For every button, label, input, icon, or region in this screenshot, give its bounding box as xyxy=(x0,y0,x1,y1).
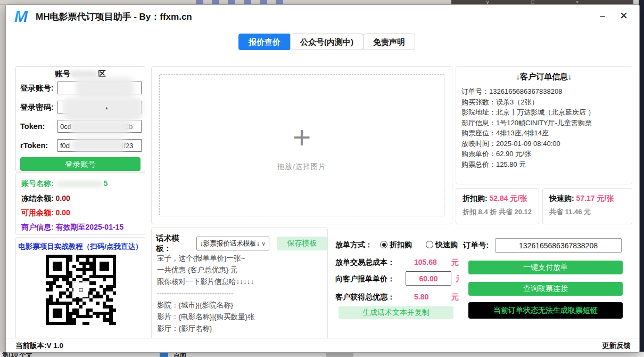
rtoken-label: rToken: xyxy=(20,141,57,150)
censor-blob xyxy=(56,181,103,188)
status-bar: 当前版本:V 1.0 更新反馈 xyxy=(6,338,639,352)
customer-order-info-panel: ↓客户订单信息↓ 订单号：1326165686367838208 购买张数：误杀… xyxy=(456,66,632,184)
tab-disclaimer[interactable]: 免责声明 xyxy=(363,34,415,50)
account-name-row: 账号名称: 5 xyxy=(21,179,108,189)
password-mask-char: * xyxy=(105,106,108,113)
order-info-row: 购票座位：4排13座,4排14座 xyxy=(461,128,632,139)
background-text-smudge xyxy=(196,0,286,4)
account-info-panel: 账号名称: 5 冻结余额: 0.00 可用余额: 0.00 商户信息: 有效期至… xyxy=(15,172,145,235)
order-number-input[interactable] xyxy=(495,238,622,253)
title-bar[interactable]: M MH电影票代订项目助手 - By：ffxm.cn – ✕ xyxy=(6,5,639,29)
query-ticket-link-button[interactable]: 查询取票连接 xyxy=(468,282,623,296)
minimize-button[interactable]: – xyxy=(593,8,612,24)
image-dropzone[interactable]: + 拖放/选择图片 xyxy=(159,74,444,216)
fast-note: 共省 11.46 元 xyxy=(549,207,632,217)
quote-price-input[interactable] xyxy=(406,271,451,286)
censor-blob xyxy=(71,138,127,152)
cost-label: 放单交易总成本： xyxy=(335,258,395,266)
template-text-area[interactable]: 宝子，这个{报单单价}一张~ 一共优惠 {客户总优惠} 元 跟你核对一下影片信息… xyxy=(157,253,323,338)
censor-blob xyxy=(69,120,132,134)
qr-center-logo: ⊟ xyxy=(73,282,88,297)
script-template-panel: 话术模板： ↓影票报价话术模板↓ ∨ 保存模板 宝子，这个{报单单价}一张~ 一… xyxy=(151,228,328,339)
available-balance-row: 可用余额: 0.00 xyxy=(21,208,70,218)
radio-discount-buy[interactable] xyxy=(380,241,387,248)
order-info-row: 影院地址：北京丨万达影城（北京延庆店 ） xyxy=(461,107,632,118)
discount-price: 52.84 xyxy=(490,194,508,202)
discount-total-label: 客户获得总优惠： xyxy=(335,293,395,301)
discount-total-value: 5.80 xyxy=(414,293,428,301)
tab-official-account[interactable]: 公众号(内测中) xyxy=(290,34,364,50)
order-info-row: 购票总价：125.80 元 xyxy=(461,159,632,170)
login-password-label: 登录密码: xyxy=(20,102,57,112)
app-logo-icon: M xyxy=(14,9,30,24)
censor-blob xyxy=(76,77,134,99)
order-status-message-button[interactable]: 当前订单状态无法生成取票短链 xyxy=(468,302,623,319)
app-window: M MH电影票代订项目助手 - By：ffxm.cn – ✕ 报价查价 公众号(… xyxy=(5,4,640,353)
login-button[interactable]: 登录账号 xyxy=(20,157,141,171)
background-fragment-icon xyxy=(160,352,168,357)
qr-code[interactable]: ⊟ xyxy=(46,255,116,325)
order-info-row: 购买张数：误杀3（2张） xyxy=(461,97,632,108)
order-info-row: 订单号：1326165686367838208 xyxy=(461,86,632,97)
discount-note: 折扣 8.4 折 共省 20.12 xyxy=(463,207,539,217)
chevron-down-icon: ∨ xyxy=(261,240,266,247)
mode-label: 放单方式： xyxy=(335,240,373,249)
tutorial-panel: 电影票项目实战教程（扫码/点我直达） ⊟ xyxy=(15,237,145,339)
tutorial-link[interactable]: 电影票项目实战教程（扫码/点我直达） xyxy=(16,242,145,251)
one-click-pay-button[interactable]: 一键支付放单 xyxy=(468,261,623,274)
cost-value: 105.68 xyxy=(414,258,437,266)
close-button[interactable]: ✕ xyxy=(615,8,633,24)
order-info-rows: 订单号：1326165686367838208 购买张数：误杀3（2张） 影院地… xyxy=(461,86,632,169)
login-panel: 账号区 登录账号: 登录密码: Token: rToken: * 登录账号 xyxy=(15,66,145,172)
fast-buy-card: 快速购: 57.17 元/张 共省 11.46 元 xyxy=(542,188,632,224)
fast-price: 57.17 xyxy=(576,194,595,202)
token-label: Token: xyxy=(20,122,57,131)
save-template-button[interactable]: 保存模板 xyxy=(277,237,327,250)
template-label: 话术模板： xyxy=(156,233,194,254)
pay-panel: 订单号: 一键支付放单 查询取票连接 当前订单状态无法生成取票短链 xyxy=(459,228,632,339)
order-info-row: 放映时间：2025-01-09 08:40:00 xyxy=(461,139,632,149)
merchant-info-row: 商户信息: 有效期至2025-01-15 xyxy=(21,223,123,232)
quote-label: 向客户报单单价： xyxy=(335,274,395,283)
radio-fast-buy[interactable] xyxy=(426,241,433,248)
order-info-row: 影厅信息：1号120帧CINITY厅-儿童需购票 xyxy=(461,118,632,128)
frozen-balance-row: 冻结余额: 0.00 xyxy=(21,194,70,204)
qr-module xyxy=(113,322,116,325)
image-dropzone-panel: + 拖放/选择图片 xyxy=(151,66,452,224)
generate-script-button[interactable]: 生成话术文本并复制 xyxy=(338,306,453,319)
order-form-panel: 放单方式：折扣购快速购 放单交易总成本： 105.68 元 向客户报单单价： 元… xyxy=(331,228,459,339)
order-info-title: ↓客户订单信息↓ xyxy=(456,72,632,82)
order-number-label: 订单号: xyxy=(463,240,495,250)
login-account-label: 登录账号: xyxy=(20,83,57,93)
tab-bar: 报价查价 公众号(内测中) 免责声明 xyxy=(238,34,415,50)
tab-quote-check[interactable]: 报价查价 xyxy=(238,34,291,50)
censor-blob xyxy=(63,98,143,121)
template-dropdown[interactable]: ↓影票报价话术模板↓ ∨ xyxy=(196,237,270,250)
version-text: 当前版本:V 1.0 xyxy=(15,341,63,351)
order-info-row: 购票单价：62.90 元/张 xyxy=(461,149,632,159)
window-title: MH电影票代订项目助手 - By：ffxm.cn xyxy=(36,11,192,23)
update-feedback-link[interactable]: 更新反馈 xyxy=(602,341,631,351)
plus-icon: + xyxy=(292,123,312,151)
dropzone-hint: 拖放/选择图片 xyxy=(277,162,326,172)
discount-buy-card: 折扣购: 52.84 元/张 折扣 8.4 折 共省 20.12 xyxy=(456,188,539,224)
